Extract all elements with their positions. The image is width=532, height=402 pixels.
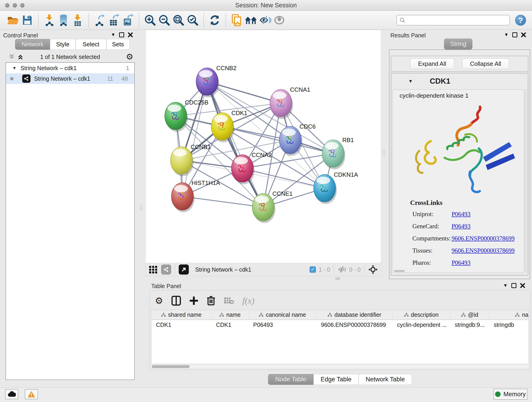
table-options-gear-icon[interactable]: ⚙ — [155, 296, 163, 305]
selected-nodes-checkbox[interactable]: ✓ — [310, 266, 316, 273]
cell-canonical-name[interactable]: P06493 — [249, 320, 317, 330]
crosslink-link[interactable]: P06493 — [452, 223, 471, 230]
cell-name[interactable]: CDK1 — [211, 320, 249, 330]
section-collapse-caret-icon[interactable]: ▼ — [408, 79, 413, 84]
column-header[interactable]: namespace — [489, 310, 529, 320]
tab-sets[interactable]: Sets — [106, 39, 130, 50]
import-table-button[interactable] — [70, 13, 85, 27]
column-header[interactable]: shared name — [152, 310, 211, 320]
cell-database-identifier[interactable]: 9606.ENSP00000378699 — [317, 320, 393, 330]
network-node-CCNB1[interactable]: CCNB1 — [171, 143, 211, 176]
refresh-view-button[interactable] — [208, 13, 222, 27]
show-hidden-button[interactable] — [272, 13, 286, 27]
grid-view-icon[interactable] — [149, 265, 158, 274]
network-node-CCNE1[interactable]: CCNE1 — [252, 190, 293, 223]
close-panel-icon[interactable] — [521, 32, 526, 37]
show-columns-icon[interactable] — [171, 296, 181, 306]
gene-section-header[interactable]: ▼ CDK1 — [391, 73, 528, 89]
crosslink-link[interactable]: 9606.ENSP00000378699 — [452, 235, 515, 242]
zoom-out-button[interactable] — [157, 13, 171, 27]
open-session-button[interactable] — [6, 13, 20, 27]
network-node-RB1[interactable]: RB1 — [322, 137, 354, 169]
zoom-fit-button[interactable] — [171, 13, 186, 27]
function-builder-icon[interactable]: f(x) — [242, 296, 254, 306]
expand-all-button[interactable]: Expand All — [410, 58, 454, 69]
string-network-graph[interactable]: CCNB2CCNA1CDC25BCDK1CDC6RB1CCNB1CCNA2CDK… — [146, 30, 381, 263]
export-table-button[interactable] — [107, 13, 121, 27]
cell-namespace[interactable]: stringdb — [489, 320, 529, 330]
tab-edge-table[interactable]: Edge Table — [313, 374, 359, 385]
panel-menu-caret-icon[interactable]: ▼ — [503, 283, 508, 288]
collapse-all-button[interactable]: Collapse All — [462, 58, 509, 69]
search-input[interactable] — [407, 17, 507, 23]
results-horizontal-scrollbar-thumb[interactable] — [394, 270, 405, 272]
float-panel-icon[interactable] — [512, 32, 517, 37]
float-panel-icon[interactable] — [511, 283, 516, 288]
open-in-browser-button[interactable] — [179, 264, 189, 274]
tab-network[interactable]: Network — [15, 39, 50, 50]
network-edge[interactable] — [207, 82, 263, 207]
network-row[interactable]: String Network – cdk1 11 48 — [6, 73, 134, 84]
warnings-button[interactable] — [25, 389, 38, 399]
save-session-button[interactable] — [20, 13, 34, 27]
float-panel-icon[interactable] — [119, 32, 124, 37]
export-image-button[interactable] — [121, 13, 135, 27]
network-node-CCNB2[interactable]: CCNB2 — [196, 65, 236, 97]
right-splitter-handle[interactable] — [382, 150, 385, 155]
table-horizontal-scrollbar-thumb[interactable] — [152, 365, 190, 368]
help-button[interactable]: ? — [515, 15, 526, 26]
panel-menu-caret-icon[interactable]: ▼ — [504, 32, 509, 37]
tab-network-table[interactable]: Network Table — [359, 374, 412, 385]
import-network-button[interactable] — [42, 13, 56, 27]
home-string-button[interactable] — [244, 13, 258, 27]
delete-column-icon[interactable] — [207, 296, 215, 306]
close-panel-icon[interactable] — [520, 283, 525, 288]
column-header[interactable]: name — [211, 310, 249, 320]
node-table[interactable]: shared name name canonical name database… — [151, 310, 529, 364]
cell-id[interactable]: stringdb:9... — [450, 320, 489, 330]
network-view-canvas[interactable]: CCNB2CCNA1CDC25BCDK1CDC6RB1CCNB1CCNA2CDK… — [145, 30, 381, 263]
hide-unhide-button[interactable] — [258, 13, 272, 27]
table-row[interactable]: CDK1 CDK1 P06493 9606.ENSP00000378699 cy… — [152, 320, 529, 330]
column-header[interactable]: canonical name — [249, 310, 317, 320]
tab-style[interactable]: Style — [50, 39, 76, 50]
network-node-HIST1H1A[interactable]: HIST1H1A — [171, 179, 220, 212]
export-network-button[interactable] — [93, 13, 107, 27]
memory-button[interactable]: Memory — [494, 389, 527, 400]
tree-expand-caret-icon[interactable]: ▼ — [12, 66, 17, 70]
zoom-selected-button[interactable] — [186, 13, 200, 27]
cell-description[interactable]: cyclin-dependent ... — [393, 320, 450, 330]
delete-table-icon[interactable] — [224, 297, 234, 305]
network-collection-row[interactable]: ▼ String Network – cdk1 1 — [6, 63, 134, 73]
cloud-status-button[interactable] — [5, 389, 18, 399]
string-view-icon[interactable] — [161, 264, 171, 274]
crosslink-label: Tissues: — [409, 247, 452, 254]
table-horizontal-scrollbar[interactable] — [151, 365, 529, 368]
column-header[interactable]: database identifier — [317, 310, 393, 320]
horizontal-splitter-handle[interactable] — [335, 277, 341, 280]
crosslink-link[interactable]: P06493 — [452, 259, 471, 266]
tab-select[interactable]: Select — [76, 39, 106, 50]
crosslink-link[interactable]: 9606.ENSP00000378699 — [452, 247, 515, 254]
cell-shared-name[interactable]: CDK1 — [152, 320, 211, 330]
hidden-elements-icon[interactable] — [338, 266, 346, 273]
import-database-button[interactable] — [56, 13, 70, 27]
results-tab-string[interactable]: String — [444, 38, 472, 50]
network-node-CCNA1[interactable]: CCNA1 — [270, 86, 310, 119]
birdseye-crosshair-icon[interactable] — [368, 265, 378, 274]
network-node-CCNA2[interactable]: CCNA2 — [231, 152, 272, 184]
close-panel-icon[interactable] — [128, 32, 133, 37]
network-node-CDKN1A[interactable]: CDKN1A — [314, 171, 358, 204]
column-header[interactable]: description — [393, 310, 450, 320]
add-column-icon[interactable] — [189, 296, 198, 305]
clone-network-button[interactable] — [230, 13, 244, 27]
tab-node-table[interactable]: Node Table — [268, 374, 313, 385]
toolbar-search-field[interactable] — [396, 15, 510, 26]
column-header[interactable]: @id — [450, 310, 489, 320]
zoom-in-button[interactable] — [143, 13, 157, 27]
crosslink-link[interactable]: P06493 — [452, 211, 471, 218]
left-splitter-handle[interactable] — [140, 205, 143, 210]
results-vertical-scrollbar[interactable] — [525, 90, 527, 272]
panel-menu-caret-icon[interactable]: ▼ — [111, 32, 115, 37]
network-node-CDC6[interactable]: CDC6 — [279, 123, 316, 156]
